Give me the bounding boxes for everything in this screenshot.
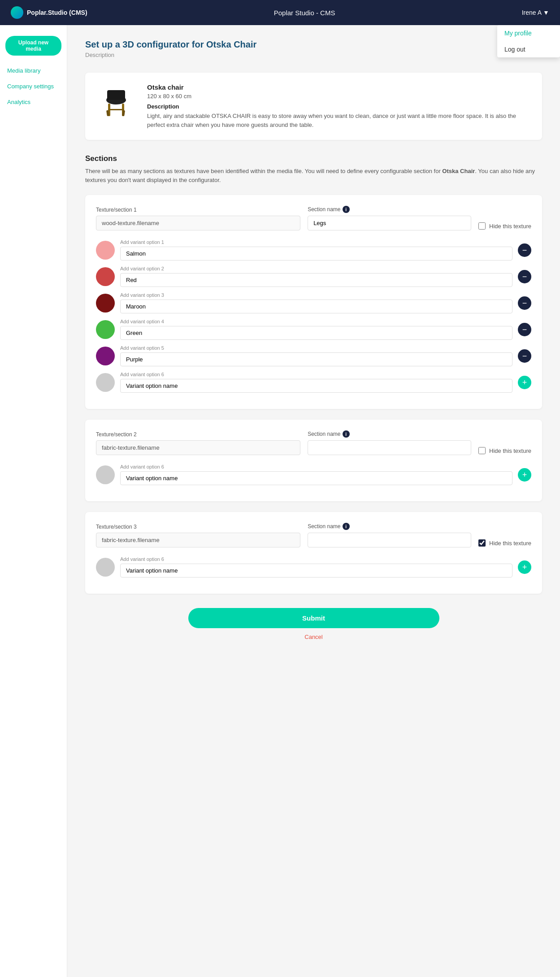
product-image <box>96 83 136 124</box>
main-content: Set up a 3D configurator for Otska Chair… <box>67 25 560 977</box>
hide-group-2: Hide this texture <box>478 447 531 455</box>
texture-label-3: Texture/section 3 <box>96 524 300 530</box>
user-menu-trigger[interactable]: Irene A ▼ <box>522 9 549 16</box>
color-circle-s2-v1 <box>96 465 115 484</box>
variant-remove-btn-s1-v1[interactable]: − <box>518 243 531 257</box>
section-name-label-3: Section name i <box>308 523 471 530</box>
info-icon-2: i <box>343 430 350 438</box>
hide-checkbox-1[interactable] <box>478 222 486 230</box>
sidebar-item-company-settings[interactable]: Company settings <box>0 78 67 94</box>
section-name-input-1[interactable] <box>308 216 471 230</box>
logo-icon <box>11 6 23 19</box>
texture-section-2: Texture/section 2 Section name i Hide th… <box>85 420 542 501</box>
color-circle-s1-v2 <box>96 267 115 286</box>
svg-rect-6 <box>109 109 124 110</box>
variant-sublabel: Add variant option 6 <box>120 464 512 469</box>
variant-remove-btn-s1-v5[interactable]: − <box>518 349 531 363</box>
variant-add-btn-s2-v1[interactable]: + <box>518 468 531 482</box>
hide-checkbox-2[interactable] <box>478 447 486 454</box>
upload-new-media-button[interactable]: Upload new media <box>5 36 61 56</box>
color-circle-s1-v5 <box>96 347 115 365</box>
variant-row-s1-v5: Add variant option 5 − <box>96 345 531 366</box>
user-name: Irene A ▼ <box>522 9 549 16</box>
variant-input-s1-v6[interactable] <box>120 379 512 393</box>
sections-desc-part1: There will be as many sections as textur… <box>85 168 442 174</box>
section-name-label-2: Section name i <box>308 430 471 438</box>
variant-input-s1-v3[interactable] <box>120 300 512 313</box>
variant-row-s1-v6: Add variant option 6 + <box>96 372 531 393</box>
sidebar-item-media-library[interactable]: Media library <box>0 63 67 78</box>
variant-row-s1-v1: Add variant option 1 − <box>96 239 531 261</box>
svg-rect-1 <box>107 90 125 100</box>
variant-input-s2-v1[interactable] <box>120 471 512 485</box>
variant-sublabel: Add variant option 2 <box>120 266 512 271</box>
texture-label-1: Texture/section 1 <box>96 207 300 213</box>
sidebar-item-label: Company settings <box>7 83 54 90</box>
product-desc-text: Light, airy and stackable OTSKA CHAIR is… <box>147 112 531 129</box>
variant-sublabel: Add variant option 6 <box>120 372 512 377</box>
variant-remove-btn-s1-v3[interactable]: − <box>518 296 531 310</box>
color-circle-s1-v6 <box>96 373 115 392</box>
variant-input-s1-v5[interactable] <box>120 352 512 366</box>
info-icon-1: i <box>343 206 350 213</box>
product-name: Otska chair <box>147 83 531 91</box>
variant-input-s1-v4[interactable] <box>120 326 512 340</box>
variant-sublabel: Add variant option 5 <box>120 345 512 351</box>
variant-add-btn-s1-v6[interactable]: + <box>518 376 531 389</box>
color-circle-s3-v1 <box>96 558 115 577</box>
color-circle-s1-v1 <box>96 241 115 260</box>
texture-header-3: Texture/section 3 Section name i Hide th… <box>96 523 531 547</box>
variant-row-s1-v4: Add variant option 4 − <box>96 319 531 340</box>
section-name-input-3[interactable] <box>308 533 471 547</box>
variant-row-s1-v3: Add variant option 3 − <box>96 292 531 313</box>
texture-label-2: Texture/section 2 <box>96 431 300 438</box>
hide-group-1: Hide this texture <box>478 222 531 230</box>
header: Poplar.Studio (CMS) Poplar Studio - CMS … <box>0 0 560 25</box>
section-name-input-2[interactable] <box>308 440 471 455</box>
sidebar-item-analytics[interactable]: Analytics <box>0 94 67 110</box>
sidebar-item-label: Media library <box>7 67 40 74</box>
hide-label-3: Hide this texture <box>489 540 531 547</box>
submit-button[interactable]: Submit <box>188 608 439 628</box>
variant-sublabel: Add variant option 6 <box>120 556 512 562</box>
sidebar: Upload new media Media library Company s… <box>0 25 67 977</box>
hide-checkbox-3[interactable] <box>478 539 486 547</box>
variant-input-s1-v2[interactable] <box>120 273 512 287</box>
my-profile-link[interactable]: My profile <box>497 25 560 41</box>
page-subtitle: Description <box>85 52 542 58</box>
variant-row-s3-v1: Add variant option 6 + <box>96 556 531 578</box>
product-card: Otska chair 120 x 80 x 60 cm Description… <box>85 73 542 140</box>
info-icon-3: i <box>343 523 350 530</box>
page-title: Set up a 3D configurator for Otska Chair <box>85 39 542 50</box>
sections-product-name: Otska Chair <box>442 168 475 174</box>
variant-remove-btn-s1-v2[interactable]: − <box>518 270 531 283</box>
texture-input-2[interactable] <box>96 440 300 455</box>
texture-header-1: Texture/section 1 Section name i Hide th… <box>96 206 531 230</box>
variant-input-s1-v1[interactable] <box>120 247 512 261</box>
texture-section-1: Texture/section 1 Section name i Hide th… <box>85 195 542 409</box>
sections-title: Sections <box>85 154 542 163</box>
texture-input-3[interactable] <box>96 533 300 547</box>
variant-sublabel: Add variant option 4 <box>120 319 512 324</box>
log-out-link[interactable]: Log out <box>497 41 560 57</box>
logo-text: Poplar.Studio (CMS) <box>27 9 87 16</box>
submit-area: Submit Cancel <box>85 608 542 640</box>
user-dropdown: My profile Log out <box>497 25 560 57</box>
texture-sections-container: Texture/section 1 Section name i Hide th… <box>85 195 542 594</box>
variant-remove-btn-s1-v4[interactable]: − <box>518 323 531 336</box>
texture-input-1[interactable] <box>96 216 300 230</box>
variant-sublabel: Add variant option 1 <box>120 239 512 245</box>
texture-header-2: Texture/section 2 Section name i Hide th… <box>96 430 531 455</box>
hide-group-3: Hide this texture <box>478 539 531 547</box>
product-info: Otska chair 120 x 80 x 60 cm Description… <box>147 83 531 129</box>
product-desc-label: Description <box>147 103 531 110</box>
sections-desc: There will be as many sections as textur… <box>85 167 542 184</box>
variant-add-btn-s3-v1[interactable]: + <box>518 560 531 574</box>
cancel-link[interactable]: Cancel <box>85 634 542 640</box>
chair-illustration <box>98 86 134 122</box>
product-dimensions: 120 x 80 x 60 cm <box>147 93 531 100</box>
variant-input-s3-v1[interactable] <box>120 564 512 578</box>
color-circle-s1-v4 <box>96 320 115 339</box>
variant-row-s1-v2: Add variant option 2 − <box>96 266 531 287</box>
header-title: Poplar Studio - CMS <box>274 9 335 17</box>
